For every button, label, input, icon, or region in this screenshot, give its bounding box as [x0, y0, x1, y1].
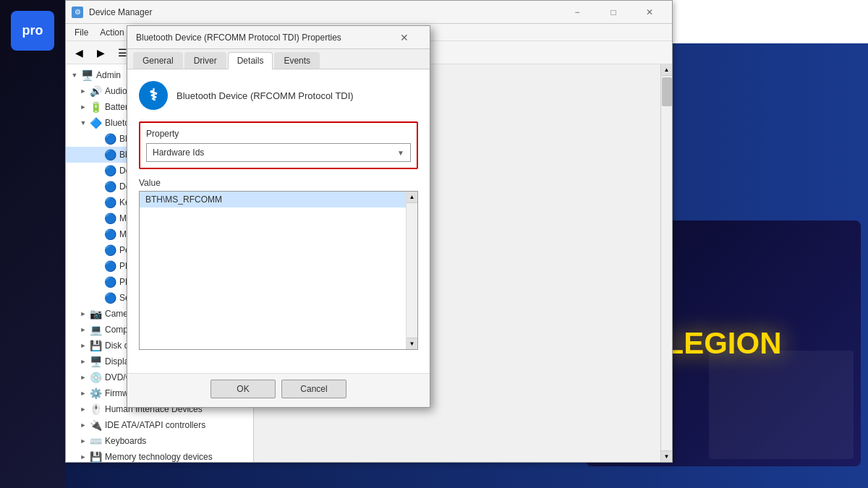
dialog-close-button[interactable]: ✕ [388, 29, 421, 46]
tree-ide[interactable]: ► 🔌 IDE ATA/ATAPI controllers [66, 417, 253, 433]
value-scroll-down[interactable]: ▼ [407, 338, 417, 349]
cameras-expand-icon[interactable]: ► [77, 308, 89, 320]
bt-symbol: ⚕ [149, 86, 158, 105]
tab-events[interactable]: Events [274, 52, 320, 69]
device-header: ⚕ Bluetooth Device (RFCOMM Protocol TDI) [139, 81, 418, 110]
bt-device-icon: 🔵 [103, 132, 116, 145]
bt-service-spacer [92, 292, 103, 304]
disk-expand-icon[interactable]: ► [77, 340, 89, 351]
scroll-track[interactable] [661, 76, 672, 450]
keyboards-expand-icon[interactable]: ► [77, 435, 89, 447]
bt-keyboard-icon: 🔵 [103, 196, 116, 209]
memory-icon: 💾 [89, 450, 102, 462]
bt-pebble-icon: 🔵 [103, 244, 116, 257]
dm-scrollbar[interactable]: ▲ ▼ [660, 64, 672, 462]
dvd-expand-icon[interactable]: ► [77, 372, 89, 383]
bt-usl-spacer [92, 149, 103, 160]
value-section: Value BTH\MS_RFCOMM ▲ ▼ [139, 178, 418, 350]
bt-usl-icon: 🔵 [103, 148, 116, 161]
hid-icon: 🖱️ [89, 403, 102, 416]
device-manager-icon: ⚙ [72, 7, 83, 18]
memory-label: Memory technology devices [105, 452, 213, 462]
dialog-tabs: General Driver Details Events [127, 49, 430, 69]
hid-expand-icon[interactable]: ► [77, 403, 89, 415]
value-scroll-up[interactable]: ▲ [407, 192, 417, 203]
window-controls: − □ ✕ [561, 4, 666, 21]
scroll-down-arrow[interactable]: ▼ [661, 450, 672, 462]
bt-devid2-spacer [92, 181, 103, 192]
close-button[interactable]: ✕ [633, 4, 666, 21]
value-label: Value [139, 178, 418, 188]
tab-general[interactable]: General [133, 52, 183, 69]
property-dropdown[interactable]: Hardware Ids ▼ [146, 143, 411, 162]
scroll-thumb[interactable] [662, 77, 672, 106]
computer-icon: 🖥️ [80, 69, 93, 82]
property-section: Property Hardware Ids ▼ [139, 121, 418, 169]
keyboards-icon: ⌨️ [89, 435, 102, 448]
value-list-scrollbar[interactable]: ▲ ▼ [406, 192, 417, 349]
root-label: Admin [96, 70, 121, 80]
dialog-titlebar: Bluetooth Device (RFCOMM Protocol TDI) P… [127, 26, 430, 49]
bluetooth-device-icon: ⚕ [139, 81, 168, 110]
bt-devid1-spacer [92, 165, 103, 176]
bt-philips1-spacer [92, 260, 103, 272]
property-label: Property [146, 129, 411, 139]
bluetooth-expand-icon[interactable]: ▼ [77, 117, 89, 129]
dialog-buttons: OK Cancel [127, 373, 430, 407]
tree-memory[interactable]: ► 💾 Memory technology devices [66, 449, 253, 462]
computer-tree-icon: 💻 [89, 323, 102, 336]
device-name: Bluetooth Device (RFCOMM Protocol TDI) [176, 90, 354, 101]
audio-expand-icon[interactable]: ► [77, 85, 89, 97]
bluetooth-icon: 🔷 [89, 116, 102, 129]
ide-expand-icon[interactable]: ► [77, 419, 89, 431]
bt-msblue1-icon: 🔵 [103, 212, 116, 225]
bt-keyboard-spacer [92, 197, 103, 208]
value-scroll-track[interactable] [407, 203, 417, 338]
display-expand-icon[interactable]: ► [77, 356, 89, 367]
disk-icon: 💾 [89, 339, 102, 352]
pro-logo: pro [11, 11, 54, 51]
dialog-content: ⚕ Bluetooth Device (RFCOMM Protocol TDI)… [127, 69, 430, 373]
bt-service-icon: 🔵 [103, 291, 116, 304]
tree-keyboards[interactable]: ► ⌨️ Keyboards [66, 433, 253, 449]
dropdown-arrow-icon: ▼ [397, 149, 404, 157]
bt-device-spacer [92, 133, 103, 145]
device-manager-titlebar: ⚙ Device Manager − □ ✕ [66, 1, 672, 24]
root-expand-icon[interactable]: ▼ [69, 69, 80, 81]
maximize-button[interactable]: □ [597, 4, 630, 21]
bt-devid1-icon: 🔵 [103, 164, 116, 177]
value-list[interactable]: BTH\MS_RFCOMM ▲ ▼ [139, 191, 418, 350]
value-item-rfcomm[interactable]: BTH\MS_RFCOMM [140, 192, 417, 207]
batteries-expand-icon[interactable]: ► [77, 101, 89, 113]
scroll-up-arrow[interactable]: ▲ [661, 64, 672, 76]
cancel-button[interactable]: Cancel [281, 380, 346, 398]
property-value: Hardware Ids [153, 147, 204, 158]
bt-msblue2-spacer [92, 228, 103, 240]
firmware-expand-icon[interactable]: ► [77, 388, 89, 399]
device-manager-title: Device Manager [89, 7, 555, 17]
batteries-icon: 🔋 [89, 100, 102, 114]
bt-philips1-icon: 🔵 [103, 260, 116, 273]
display-icon: 🖥️ [89, 355, 102, 368]
back-button[interactable]: ◀ [69, 44, 89, 61]
tab-details[interactable]: Details [228, 52, 273, 69]
computer-expand-icon[interactable]: ► [77, 324, 89, 335]
ok-button[interactable]: OK [210, 380, 276, 398]
menu-file[interactable]: File [69, 26, 94, 39]
bt-devid2-icon: 🔵 [103, 180, 116, 193]
dialog-title: Bluetooth Device (RFCOMM Protocol TDI) P… [136, 33, 388, 43]
minimize-button[interactable]: − [561, 4, 594, 21]
keyboards-label: Keyboards [105, 436, 146, 446]
menu-action[interactable]: Action [94, 26, 129, 39]
laptop-image [709, 351, 854, 459]
audio-icon: 🔊 [89, 85, 102, 98]
ide-label: IDE ATA/ATAPI controllers [105, 420, 205, 430]
dvd-icon: 💿 [89, 371, 102, 384]
memory-expand-icon[interactable]: ► [77, 451, 89, 462]
bluetooth-properties-dialog: Bluetooth Device (RFCOMM Protocol TDI) P… [127, 25, 430, 408]
bt-philips2-spacer [92, 276, 103, 288]
tab-driver[interactable]: Driver [184, 52, 226, 69]
forward-button[interactable]: ▶ [90, 44, 111, 61]
ide-icon: 🔌 [89, 419, 102, 432]
firmware-icon: ⚙️ [89, 387, 102, 400]
